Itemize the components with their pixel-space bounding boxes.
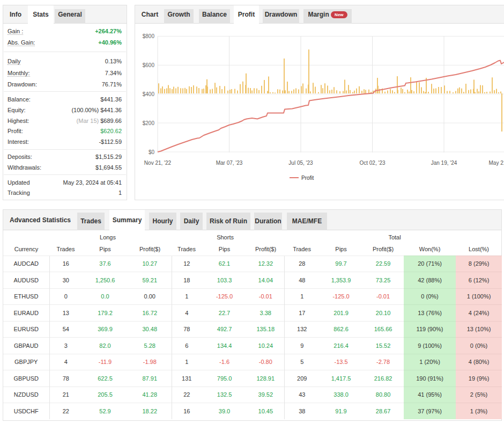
svg-text:$400: $400 <box>143 91 155 97</box>
svg-text:Jul 05, '23: Jul 05, '23 <box>288 160 313 166</box>
svg-text:$0: $0 <box>149 149 155 155</box>
svg-text:$200: $200 <box>143 120 155 126</box>
svg-text:May 21, '24: May 21, '24 <box>489 160 504 166</box>
svg-text:$800: $800 <box>143 33 155 39</box>
svg-text:$600: $600 <box>143 62 155 68</box>
svg-text:Profit: Profit <box>301 175 314 181</box>
svg-text:Nov 21, '22: Nov 21, '22 <box>144 160 172 166</box>
svg-text:Mar 07, '23: Mar 07, '23 <box>216 160 243 166</box>
svg-text:Jan 19, '24: Jan 19, '24 <box>431 160 457 166</box>
svg-text:Oct 02, '23: Oct 02, '23 <box>359 160 385 166</box>
